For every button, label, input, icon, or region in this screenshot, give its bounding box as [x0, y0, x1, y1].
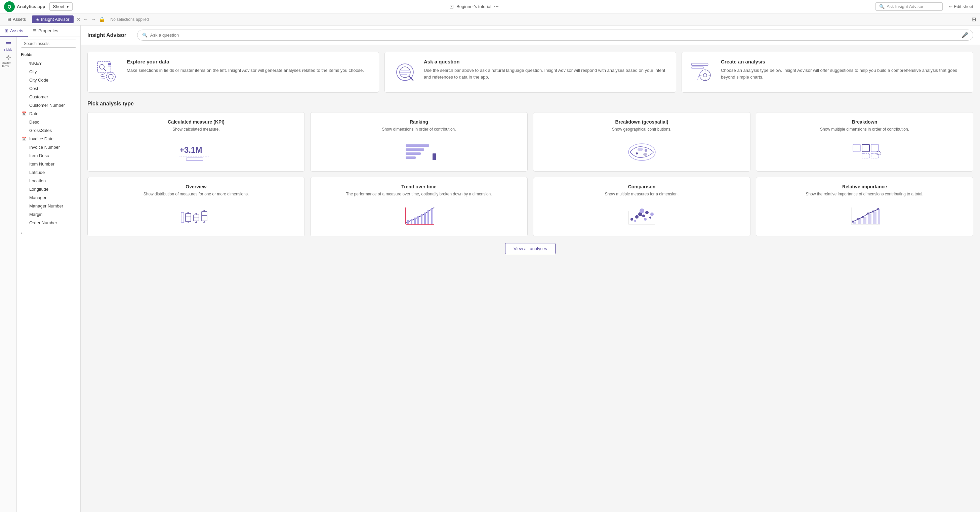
panel-tabs: ⊞ Assets ☰ Properties: [0, 25, 80, 37]
sidebar-item-master-items[interactable]: Master items: [2, 54, 15, 68]
analysis-grid: Calculated measure (KPI) Show calculated…: [88, 112, 973, 236]
field-item-item-desc[interactable]: Item Desc: [17, 151, 80, 160]
search-assets-input[interactable]: [21, 40, 76, 48]
ia-search-input[interactable]: [150, 33, 959, 38]
analysis-card-trend[interactable]: Trend over time The performance of a mea…: [310, 177, 528, 236]
ask-card: Ask a question Use the search bar above …: [385, 52, 676, 93]
field-item-date[interactable]: 📅Date: [17, 109, 80, 118]
field-item-cost[interactable]: Cost: [17, 84, 80, 93]
more-options-icon[interactable]: •••: [494, 4, 499, 9]
analysis-card-breakdown-geo[interactable]: Breakdown (geospatial) Show geographical…: [533, 112, 751, 171]
master-items-label: Master items: [2, 61, 15, 68]
svg-rect-74: [411, 219, 412, 224]
field-item-longitude[interactable]: Longitude: [17, 185, 80, 193]
svg-rect-39: [433, 154, 436, 160]
field-item-grosssales[interactable]: GrossSales: [17, 126, 80, 135]
insight-advisor-button[interactable]: ◈ Insight Advisor: [32, 16, 73, 23]
field-item-margin[interactable]: Margin: [17, 210, 80, 219]
relative-visual: [763, 203, 966, 229]
ia-search-bar[interactable]: 🔍 🎤: [137, 30, 973, 41]
lock-icon[interactable]: 🔒: [99, 16, 105, 22]
ask-card-content: Ask a question Use the search bar above …: [424, 59, 669, 80]
field-item-customer[interactable]: Customer: [17, 93, 80, 101]
breakdown-visual: [763, 138, 966, 165]
field-label: GrossSales: [29, 128, 52, 133]
insight-advisor-search-top[interactable]: 🔍 Ask Insight Advisor: [875, 2, 943, 11]
comparison-title: Comparison: [540, 184, 743, 189]
field-item-location[interactable]: Location: [17, 177, 80, 185]
main-layout: ⊞ Assets ☰ Properties Fields: [0, 25, 980, 512]
svg-point-42: [643, 153, 647, 156]
field-label: Longitude: [29, 187, 48, 192]
svg-point-84: [642, 214, 645, 217]
breakdown-geo-desc: Show geographical contributions.: [540, 127, 743, 132]
analysis-card-overview[interactable]: Overview Show distribution of measures f…: [88, 177, 305, 236]
view-all-analyses-button[interactable]: View all analyses: [505, 243, 555, 254]
sidebar-item-fields[interactable]: Fields: [2, 40, 15, 53]
field-label: %KEY: [29, 61, 42, 66]
explore-desc: Make selections in fields or master item…: [127, 67, 364, 74]
svg-rect-11: [108, 63, 111, 65]
svg-point-87: [634, 220, 636, 222]
analysis-card-kpi[interactable]: Calculated measure (KPI) Show calculated…: [88, 112, 305, 171]
field-item-city[interactable]: City: [17, 68, 80, 76]
svg-line-10: [104, 68, 106, 70]
field-item-invoice-date[interactable]: 📅Invoice Date: [17, 135, 80, 143]
field-item-item-number[interactable]: Item Number: [17, 160, 80, 168]
field-item-city-code[interactable]: City Code: [17, 76, 80, 84]
nav-center: ⊡ Beginner's tutorial •••: [76, 3, 872, 10]
breakdown-desc: Show multiple dimensions in order of con…: [763, 127, 966, 132]
smart-search-icon[interactable]: ⊙: [76, 16, 81, 22]
ia-title: Insight Advisor: [88, 32, 126, 38]
tutorial-label: Beginner's tutorial: [457, 4, 492, 9]
no-selections-label: No selections applied: [111, 17, 149, 22]
edit-sheet-label: Edit sheet: [954, 4, 973, 9]
collapse-icon[interactable]: ←: [19, 230, 25, 237]
ranking-desc: Show dimensions in order of contribution…: [317, 127, 520, 132]
sheet-label: Sheet: [53, 4, 65, 9]
svg-rect-47: [871, 144, 878, 152]
assets-button[interactable]: ⊞ Assets: [4, 16, 29, 23]
analysis-card-comparison[interactable]: Comparison Show multiple measures for a …: [533, 177, 751, 236]
svg-point-40: [628, 144, 655, 160]
field-item-customer-number[interactable]: Customer Number: [17, 101, 80, 109]
ask-desc: Use the search bar above to ask a natura…: [424, 67, 669, 80]
svg-rect-48: [862, 154, 869, 158]
field-item-desc[interactable]: Desc: [17, 118, 80, 126]
back-icon[interactable]: ←: [83, 16, 88, 22]
search-assets-container: [17, 37, 80, 50]
svg-rect-101: [853, 222, 856, 224]
field-label: Manager: [29, 195, 46, 200]
forward-icon[interactable]: →: [91, 16, 96, 22]
field-item-%key[interactable]: %KEY: [17, 59, 80, 68]
svg-rect-77: [421, 214, 422, 224]
field-item-order-number[interactable]: Order Number: [17, 219, 80, 227]
field-item-manager[interactable]: Manager: [17, 193, 80, 202]
search-icon: 🔍: [879, 4, 885, 9]
field-label: Cost: [29, 86, 38, 91]
relative-desc: Show the relative importance of dimensio…: [763, 191, 966, 197]
tutorial-icon: ⊡: [449, 3, 454, 10]
explore-card-content: Explore your data Make selections in fie…: [127, 59, 364, 74]
tab-properties[interactable]: ☰ Properties: [28, 25, 63, 36]
analysis-card-breakdown[interactable]: Breakdown Show multiple dimensions in or…: [756, 112, 973, 171]
field-item-manager-number[interactable]: Manager Number: [17, 202, 80, 210]
create-card-content: Create an analysis Choose an analysis ty…: [721, 59, 966, 80]
microphone-icon[interactable]: 🎤: [961, 32, 968, 38]
analysis-card-ranking[interactable]: Ranking Show dimensions in order of cont…: [310, 112, 528, 171]
field-item-latitude[interactable]: Latitude: [17, 168, 80, 177]
breakdown-geo-title: Breakdown (geospatial): [540, 119, 743, 125]
edit-sheet-button[interactable]: ✏ Edit sheet: [946, 3, 976, 10]
tab-assets[interactable]: ⊞ Assets: [0, 25, 28, 36]
trend-visual: [317, 203, 520, 229]
toolbar-icons: ⊙ ← → 🔒: [76, 16, 105, 22]
field-item-invoice-number[interactable]: Invoice Number: [17, 143, 80, 151]
kpi-desc: Show calculated measure.: [94, 127, 298, 132]
assets-label: Assets: [13, 17, 26, 22]
grid-layout-icon[interactable]: ⊞: [972, 16, 976, 22]
field-label: Invoice Number: [29, 145, 60, 150]
svg-rect-49: [871, 154, 878, 158]
overview-title: Overview: [94, 184, 298, 189]
analysis-card-relative[interactable]: Relative importance Show the relative im…: [756, 177, 973, 236]
sheet-dropdown[interactable]: Sheet ▾: [49, 2, 73, 11]
